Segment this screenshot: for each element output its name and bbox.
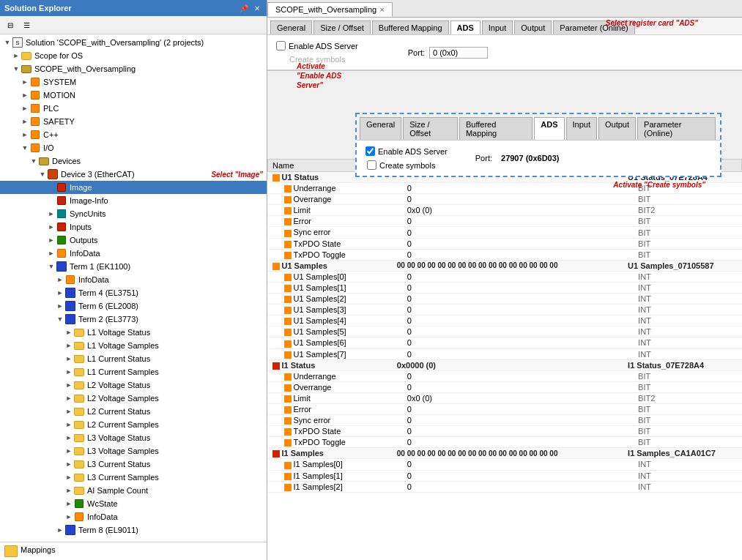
mappings-label[interactable]: Mappings xyxy=(21,545,56,557)
overlay-tab-input[interactable]: Input xyxy=(566,117,597,140)
tree-item-term2[interactable]: Term 2 (EL3773) xyxy=(0,313,267,326)
expand-arrow-scopeos[interactable] xyxy=(12,52,21,59)
expand-arrow-solution[interactable] xyxy=(3,39,12,46)
main-tab[interactable]: SCOPE_with_Oversampling × xyxy=(267,2,393,17)
tab-ads-top[interactable]: ADS xyxy=(450,20,481,34)
expand-arrow-l1vsamples[interactable] xyxy=(64,342,73,349)
expand-arrow-term4[interactable] xyxy=(56,289,64,296)
tree-item-imageinfo[interactable]: Image-Info xyxy=(0,194,267,207)
expand-arrow-l1cstatus[interactable] xyxy=(64,355,73,362)
expand-arrow-term2[interactable] xyxy=(56,316,64,323)
tree-item-scope-main[interactable]: SCOPE_with_Oversampling xyxy=(0,62,267,75)
overlay-enable-checkbox[interactable] xyxy=(366,146,375,156)
expand-arrow-l3cstatus[interactable] xyxy=(64,460,73,468)
tree-item-scope-os[interactable]: Scope for OS xyxy=(0,49,267,62)
tree-item-term6[interactable]: Term 6 (EL2008) xyxy=(0,299,267,313)
overlay-tab-output[interactable]: Output xyxy=(598,117,636,140)
tree-item-l3cstatus[interactable]: L3 Current Status xyxy=(0,458,267,471)
expand-arrow-term1[interactable] xyxy=(47,263,56,270)
tree-item-image[interactable]: Image xyxy=(0,181,267,194)
tree-item-l3csamples[interactable]: L3 Current Samples xyxy=(0,471,267,484)
expand-arrow-l1csamples[interactable] xyxy=(64,368,73,376)
expand-arrow-scopemain[interactable] xyxy=(12,65,21,72)
collapse-all-button[interactable]: ⊟ xyxy=(3,18,18,32)
overlay-create-checkbox[interactable] xyxy=(367,160,376,170)
tree-item-device3[interactable]: Device 3 (EtherCAT) Select "Image" xyxy=(0,168,267,181)
expand-arrow-l2vsamples[interactable] xyxy=(64,395,73,402)
overlay-tab-paramonline[interactable]: Parameter (Online) xyxy=(637,117,716,140)
expand-arrow-infodata2[interactable] xyxy=(56,276,64,283)
tree-item-system[interactable]: SYSTEM xyxy=(0,75,267,89)
expand-arrow-outputs[interactable] xyxy=(47,236,56,244)
tree-item-inputs[interactable]: Inputs xyxy=(0,220,267,234)
expand-arrow-inputs[interactable] xyxy=(47,223,56,231)
tab-output-top[interactable]: Output xyxy=(514,20,552,34)
expand-arrow-term6[interactable] xyxy=(56,302,64,310)
tree-item-infodata[interactable]: InfoData xyxy=(0,247,267,260)
tab-bufferedmapping-top[interactable]: Buffered Mapping xyxy=(372,20,449,34)
expand-arrow-io[interactable] xyxy=(21,144,29,152)
expand-arrow-aisample[interactable] xyxy=(64,487,73,494)
tree-item-l3vstatus[interactable]: L3 Voltage Status xyxy=(0,431,267,444)
mappings-icon[interactable] xyxy=(4,545,18,557)
expand-arrow-devices[interactable] xyxy=(29,157,38,165)
overlay-tab-sizeoffset[interactable]: Size / Offset xyxy=(403,117,458,140)
tree-item-outputs[interactable]: Outputs xyxy=(0,234,267,247)
tree-item-l2csamples[interactable]: L2 Current Samples xyxy=(0,418,267,431)
expand-arrow-l3vsamples[interactable] xyxy=(64,447,73,455)
tree-item-motion[interactable]: MOTION xyxy=(0,89,267,102)
expand-arrow-system[interactable] xyxy=(21,78,29,86)
expand-arrow-wcstate[interactable] xyxy=(64,500,73,507)
overlay-tab-ads[interactable]: ADS xyxy=(534,117,564,140)
tab-input-top[interactable]: Input xyxy=(482,20,513,34)
expand-arrow-l3vstatus[interactable] xyxy=(64,434,73,441)
expand-arrow-l2vstatus[interactable] xyxy=(64,381,73,389)
tree-item-l1vsamples[interactable]: L1 Voltage Samples xyxy=(0,339,267,352)
tree-item-l1vstatus[interactable]: L1 Voltage Status xyxy=(0,326,267,339)
enable-server-checkbox[interactable] xyxy=(276,41,286,51)
expand-arrow-motion[interactable] xyxy=(21,92,29,99)
main-tab-close[interactable]: × xyxy=(379,5,384,14)
tree-item-term8[interactable]: Term 8 (EL9011) xyxy=(0,523,267,537)
tree-item-l2cstatus[interactable]: L2 Current Status xyxy=(0,405,267,418)
tree-item-io[interactable]: I/O xyxy=(0,141,267,154)
close-panel-button[interactable]: ✕ xyxy=(252,4,262,13)
port-input-top[interactable] xyxy=(429,47,488,59)
expand-arrow-infodata3[interactable] xyxy=(64,513,73,520)
overlay-tab-buffered[interactable]: Buffered Mapping xyxy=(459,117,533,140)
tree-item-wcstate[interactable]: WcState xyxy=(0,497,267,510)
tree-item-l2vstatus[interactable]: L2 Voltage Status xyxy=(0,378,267,392)
tree-item-aisample[interactable]: AI Sample Count xyxy=(0,484,267,497)
expand-arrow-l2csamples[interactable] xyxy=(64,421,73,428)
expand-arrow-l2cstatus[interactable] xyxy=(64,408,73,415)
tree-item-term1[interactable]: Term 1 (EK1100) xyxy=(0,260,267,273)
expand-arrow-device3[interactable] xyxy=(38,171,47,178)
expand-arrow-l3csamples[interactable] xyxy=(64,474,73,481)
tree-item-l1csamples[interactable]: L1 Current Samples xyxy=(0,365,267,378)
tree-item-syncunits[interactable]: SyncUnits xyxy=(0,207,267,220)
expand-arrow-term8[interactable] xyxy=(56,526,64,534)
tree-item-plc[interactable]: PLC xyxy=(0,102,267,115)
tree-item-infodata2[interactable]: InfoData xyxy=(0,273,267,286)
tree-item-devices[interactable]: Devices xyxy=(0,154,267,168)
tree-item-l2vsamples[interactable]: L2 Voltage Samples xyxy=(0,392,267,405)
overlay-tab-general[interactable]: General xyxy=(360,117,401,140)
properties-button[interactable]: ☰ xyxy=(19,18,34,32)
tab-general-top[interactable]: General xyxy=(270,20,312,34)
expand-arrow-cpp[interactable] xyxy=(21,131,29,138)
tree-item-safety[interactable]: SAFETY xyxy=(0,115,267,128)
expand-arrow-l1vstatus[interactable] xyxy=(64,329,73,336)
pin-button[interactable]: 📌 xyxy=(237,4,251,13)
tree-item-l3vsamples[interactable]: L3 Voltage Samples xyxy=(0,444,267,458)
tree-item-term4[interactable]: Term 4 (EL3751) xyxy=(0,286,267,299)
tab-paramonline-top[interactable]: Parameter (Online) xyxy=(553,20,635,34)
expand-arrow-syncunits[interactable] xyxy=(47,210,56,217)
expand-arrow-infodata[interactable] xyxy=(47,250,56,257)
tree-item-solution[interactable]: S Solution 'SCOPE_with_Oversampling' (2 … xyxy=(0,36,267,49)
tree-item-infodata3[interactable]: InfoData xyxy=(0,510,267,523)
expand-arrow-plc[interactable] xyxy=(21,105,29,112)
tree-item-l1cstatus[interactable]: L1 Current Status xyxy=(0,352,267,365)
tab-sizeoffset-top[interactable]: Size / Offset xyxy=(314,20,371,34)
tree-item-cpp[interactable]: C++ xyxy=(0,128,267,141)
expand-arrow-safety[interactable] xyxy=(21,118,29,125)
